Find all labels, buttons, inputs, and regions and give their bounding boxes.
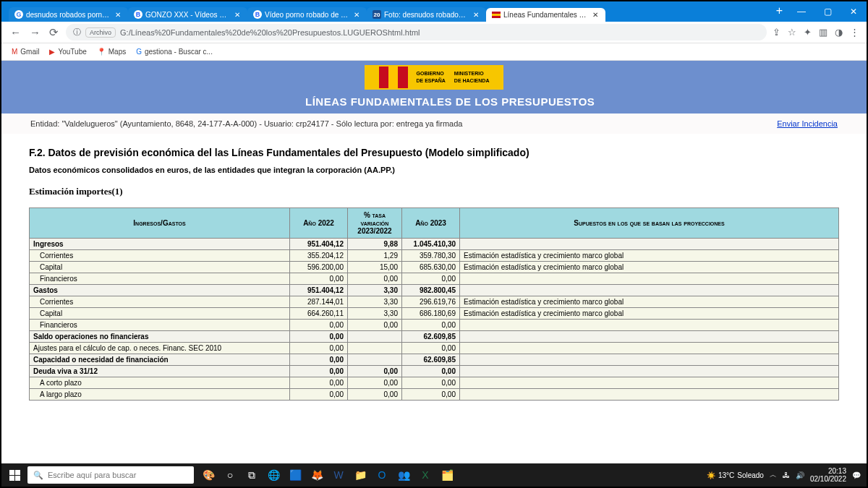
cell-2023: 0,00 bbox=[402, 273, 460, 285]
bookmark-maps[interactable]: 📍Maps bbox=[97, 48, 126, 56]
cell-pct: 3,30 bbox=[348, 308, 402, 320]
browser-tab[interactable]: BVídeo porno robado de Me✕ bbox=[247, 7, 367, 22]
browser-tab[interactable]: BGONZO XXX - Vídeos porno✕ bbox=[128, 7, 247, 22]
cell-2022: 0,00 bbox=[290, 354, 348, 366]
cell-sup: Estimación estadística y crecimiento mar… bbox=[460, 308, 839, 320]
taskbar-search-input[interactable]: 🔍 Escribe aquí para buscar bbox=[27, 466, 194, 484]
taskbar-word-icon[interactable]: W bbox=[328, 465, 349, 485]
cell-label: Financieros bbox=[30, 273, 290, 285]
weather-widget[interactable]: ☀️ 13°C Soleado bbox=[707, 471, 764, 479]
section-subheading: Datos económicos consolidados en euros, … bbox=[29, 166, 839, 174]
windows-logo-icon bbox=[9, 470, 20, 481]
extensions-icon[interactable]: ✦ bbox=[804, 27, 812, 38]
tab-favicon-icon: G bbox=[14, 10, 23, 19]
tab-title: GONZO XXX - Vídeos porno bbox=[145, 11, 230, 19]
taskbar-teams-icon[interactable]: 👥 bbox=[393, 465, 414, 485]
taskbar-explorer-icon[interactable]: 📁 bbox=[350, 465, 370, 485]
bookmarks-bar: MGmail ▶YouTube 📍Maps Ggestiona - Buscar… bbox=[1, 43, 867, 61]
taskbar-pinned-apps: 🎨 ○ ⧉ 🌐 🟦 🦊 W 📁 O 👥 X 🗂️ bbox=[198, 465, 457, 485]
table-row: Ingresos951.404,129,881.045.410,30 bbox=[30, 239, 839, 250]
new-tab-button[interactable]: + bbox=[770, 1, 788, 22]
bookmark-gestiona[interactable]: Ggestiona - Buscar c... bbox=[136, 48, 213, 56]
browser-tab[interactable]: Gdesnudos robados porn - B✕ bbox=[9, 7, 128, 22]
cell-2022: 596.200,00 bbox=[290, 262, 348, 273]
cell-2023: 686.180,69 bbox=[402, 308, 460, 320]
url-text: G:/Líneas%20Fundamentales%20de%20los%20P… bbox=[120, 28, 420, 37]
enviar-incidencia-link[interactable]: Enviar Incidencia bbox=[777, 119, 838, 128]
minimize-button[interactable]: — bbox=[788, 1, 814, 22]
search-icon: 🔍 bbox=[33, 471, 43, 480]
profile-icon[interactable]: ◑ bbox=[835, 27, 843, 38]
tab-favicon-icon: B bbox=[134, 10, 142, 19]
back-button[interactable]: ← bbox=[9, 25, 22, 40]
taskbar-edge-icon[interactable]: 🟦 bbox=[285, 465, 305, 485]
cell-2022: 664.260,11 bbox=[290, 308, 348, 320]
cell-pct: 0,00 bbox=[348, 389, 402, 401]
taskbar-app-misc[interactable]: 🎨 bbox=[198, 465, 218, 485]
window-controls: — ▢ ✕ bbox=[788, 1, 867, 22]
tab-close-icon[interactable]: ✕ bbox=[352, 11, 361, 19]
reading-list-icon[interactable]: ▥ bbox=[819, 27, 827, 38]
cell-pct bbox=[348, 343, 402, 354]
cell-2023: 0,00 bbox=[402, 377, 460, 389]
tab-title: Vídeo porno robado de Me bbox=[265, 11, 349, 19]
coat-of-arms-icon bbox=[379, 67, 408, 88]
table-row: Capital596.200,0015,00685.630,00Estimaci… bbox=[30, 262, 839, 273]
taskbar-firefox-icon[interactable]: 🦊 bbox=[307, 465, 327, 485]
cell-pct: 1,29 bbox=[348, 250, 402, 262]
notifications-icon[interactable]: 💬 bbox=[852, 471, 861, 479]
ministry-label: MINISTERIODE HACIENDA bbox=[454, 70, 490, 84]
cell-2023: 685.630,00 bbox=[402, 262, 460, 273]
browser-tab[interactable]: 20Foto: desnudos robados - e✕ bbox=[367, 7, 486, 22]
clock[interactable]: 20:13 02/10/2022 bbox=[810, 467, 846, 483]
start-button[interactable] bbox=[1, 463, 27, 487]
tab-close-icon[interactable]: ✕ bbox=[591, 11, 600, 19]
cell-pct: 0,00 bbox=[348, 273, 402, 285]
tab-close-icon[interactable]: ✕ bbox=[472, 11, 480, 19]
cell-label: Capital bbox=[30, 262, 290, 273]
cell-pct: 0,00 bbox=[348, 377, 402, 389]
tray-volume-icon[interactable]: 🔊 bbox=[796, 471, 804, 479]
tab-favicon-icon: 20 bbox=[373, 10, 381, 19]
cell-label: A corto plazo bbox=[30, 377, 290, 389]
cell-label: A largo plazo bbox=[30, 389, 290, 401]
maximize-button[interactable]: ▢ bbox=[814, 1, 841, 22]
bookmark-youtube[interactable]: ▶YouTube bbox=[49, 48, 86, 56]
toolbar-right: ⇪ ☆ ✦ ▥ ◑ ⋮ bbox=[773, 27, 859, 38]
menu-icon[interactable]: ⋮ bbox=[850, 27, 859, 38]
taskbar-excel-icon[interactable]: X bbox=[415, 465, 435, 485]
cell-pct: 3,30 bbox=[348, 296, 402, 308]
cell-pct: 0,00 bbox=[348, 366, 402, 377]
star-icon[interactable]: ☆ bbox=[788, 27, 796, 38]
taskbar-chrome-icon[interactable]: 🌐 bbox=[263, 465, 284, 485]
taskbar-taskview-icon[interactable]: ⧉ bbox=[242, 465, 262, 485]
taskbar-cortana-icon[interactable]: ○ bbox=[220, 465, 240, 485]
tray-chevron-icon[interactable]: ︿ bbox=[770, 470, 777, 480]
clock-date: 02/10/2022 bbox=[810, 475, 846, 483]
cell-pct: 0,00 bbox=[348, 320, 402, 331]
tab-close-icon[interactable]: ✕ bbox=[114, 11, 122, 19]
cell-sup bbox=[460, 343, 839, 354]
taskbar-outlook-icon[interactable]: O bbox=[372, 465, 392, 485]
table-row: Ajustes para el cálculo de cap. o neces.… bbox=[30, 343, 839, 354]
taskbar-app2-icon[interactable]: 🗂️ bbox=[437, 465, 457, 485]
close-window-button[interactable]: ✕ bbox=[841, 1, 867, 22]
tray-network-icon[interactable]: 🖧 bbox=[783, 471, 790, 479]
browser-tab[interactable]: Líneas Fundamentales de lo✕ bbox=[486, 8, 605, 22]
cell-pct: 9,88 bbox=[348, 239, 402, 250]
info-icon: ⓘ bbox=[73, 27, 81, 38]
content-area: F.2. Datos de previsión económica del la… bbox=[1, 134, 867, 401]
tab-close-icon[interactable]: ✕ bbox=[233, 11, 242, 19]
cell-2023: 62.609,85 bbox=[402, 331, 460, 343]
tab-title: Foto: desnudos robados - e bbox=[384, 11, 469, 19]
forward-button[interactable]: → bbox=[28, 25, 42, 40]
bookmark-gmail[interactable]: MGmail bbox=[12, 48, 39, 56]
cell-2022: 0,00 bbox=[290, 377, 348, 389]
bookmark-label: Maps bbox=[109, 48, 126, 56]
url-input[interactable]: ⓘ Archivo G:/Líneas%20Fundamentales%20de… bbox=[66, 24, 767, 40]
share-icon[interactable]: ⇪ bbox=[773, 27, 780, 38]
cell-2023: 359.780,30 bbox=[402, 250, 460, 262]
table-row: Saldo operaciones no financieras0,0062.6… bbox=[30, 331, 839, 343]
page-viewport[interactable]: GOBIERNODE ESPAÑA MINISTERIODE HACIENDA … bbox=[1, 61, 867, 466]
reload-button[interactable]: ⟳ bbox=[48, 25, 60, 40]
